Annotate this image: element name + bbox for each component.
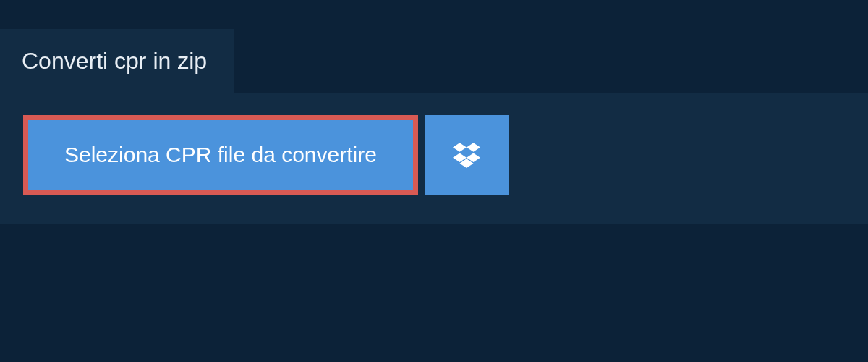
select-file-highlight: Seleziona CPR file da convertire xyxy=(23,115,418,195)
tab-convert[interactable]: Converti cpr in zip xyxy=(0,29,234,93)
button-row: Seleziona CPR file da convertire xyxy=(23,115,845,195)
select-file-button[interactable]: Seleziona CPR file da convertire xyxy=(28,120,413,190)
tab-label: Converti cpr in zip xyxy=(22,48,207,74)
dropbox-icon xyxy=(453,140,480,170)
dropbox-button[interactable] xyxy=(425,115,509,195)
select-file-label: Seleziona CPR file da convertire xyxy=(64,143,377,167)
convert-panel: Seleziona CPR file da convertire xyxy=(0,93,868,224)
